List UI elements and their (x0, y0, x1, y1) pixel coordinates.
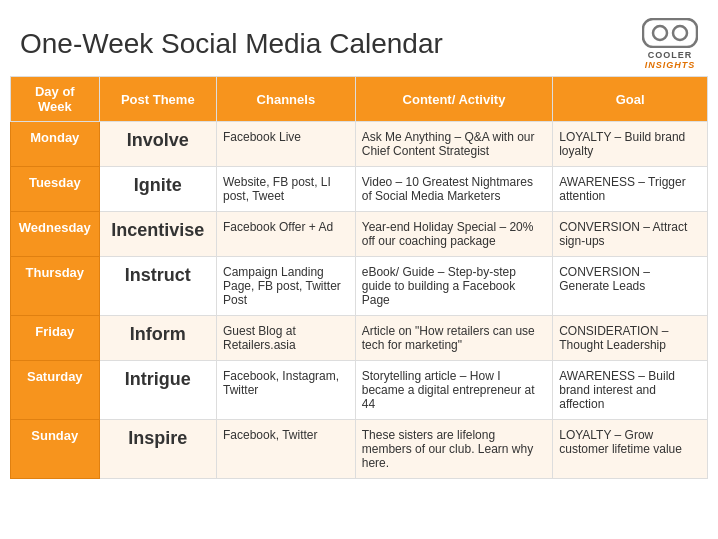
content-cell: Ask Me Anything – Q&A with our Chief Con… (355, 122, 552, 167)
goal-cell: CONSIDERATION – Thought Leadership (553, 316, 708, 361)
channels-cell: Facebook Live (217, 122, 356, 167)
channels-cell: Guest Blog at Retailers.asia (217, 316, 356, 361)
calendar-table: Day of Week Post Theme Channels Content/… (10, 76, 708, 479)
svg-rect-0 (643, 19, 697, 47)
day-cell: Thursday (11, 257, 100, 316)
table-row: SaturdayIntrigueFacebook, Instagram, Twi… (11, 361, 708, 420)
table-row: TuesdayIgniteWebsite, FB post, LI post, … (11, 167, 708, 212)
theme-cell: Intrigue (99, 361, 216, 420)
col-header-theme: Post Theme (99, 77, 216, 122)
goal-cell: LOYALTY – Grow customer lifetime value (553, 420, 708, 479)
logo-icon (642, 18, 698, 48)
day-cell: Sunday (11, 420, 100, 479)
day-cell: Saturday (11, 361, 100, 420)
logo-text: COOLER INSIGHTS (645, 50, 696, 70)
table-row: SundayInspireFacebook, TwitterThese sist… (11, 420, 708, 479)
goal-cell: CONVERSION – Attract sign-ups (553, 212, 708, 257)
table-header-row: Day of Week Post Theme Channels Content/… (11, 77, 708, 122)
goal-cell: CONVERSION – Generate Leads (553, 257, 708, 316)
channels-cell: Facebook, Instagram, Twitter (217, 361, 356, 420)
page-header: One-Week Social Media Calendar COOLER IN… (10, 10, 708, 76)
svg-point-1 (653, 26, 667, 40)
content-cell: Storytelling article – How I became a di… (355, 361, 552, 420)
channels-cell: Campaign Landing Page, FB post, Twitter … (217, 257, 356, 316)
page-title: One-Week Social Media Calendar (20, 28, 443, 60)
theme-cell: Involve (99, 122, 216, 167)
theme-cell: Instruct (99, 257, 216, 316)
content-cell: Year-end Holiday Special – 20% off our c… (355, 212, 552, 257)
channels-cell: Facebook Offer + Ad (217, 212, 356, 257)
table-row: WednesdayIncentiviseFacebook Offer + AdY… (11, 212, 708, 257)
goal-cell: AWARENESS – Trigger attention (553, 167, 708, 212)
day-cell: Tuesday (11, 167, 100, 212)
table-row: MondayInvolveFacebook LiveAsk Me Anythin… (11, 122, 708, 167)
channels-cell: Facebook, Twitter (217, 420, 356, 479)
channels-cell: Website, FB post, LI post, Tweet (217, 167, 356, 212)
logo: COOLER INSIGHTS (642, 18, 698, 70)
goal-cell: AWARENESS – Build brand interest and aff… (553, 361, 708, 420)
col-header-day: Day of Week (11, 77, 100, 122)
col-header-channels: Channels (217, 77, 356, 122)
day-cell: Friday (11, 316, 100, 361)
theme-cell: Ignite (99, 167, 216, 212)
col-header-content: Content/ Activity (355, 77, 552, 122)
theme-cell: Inspire (99, 420, 216, 479)
theme-cell: Incentivise (99, 212, 216, 257)
goal-cell: LOYALTY – Build brand loyalty (553, 122, 708, 167)
table-row: FridayInformGuest Blog at Retailers.asia… (11, 316, 708, 361)
content-cell: Video – 10 Greatest Nightmares of Social… (355, 167, 552, 212)
col-header-goal: Goal (553, 77, 708, 122)
table-row: ThursdayInstructCampaign Landing Page, F… (11, 257, 708, 316)
svg-point-2 (673, 26, 687, 40)
content-cell: eBook/ Guide – Step-by-step guide to bui… (355, 257, 552, 316)
day-cell: Monday (11, 122, 100, 167)
content-cell: These sisters are lifelong members of ou… (355, 420, 552, 479)
theme-cell: Inform (99, 316, 216, 361)
content-cell: Article on "How retailers can use tech f… (355, 316, 552, 361)
day-cell: Wednesday (11, 212, 100, 257)
